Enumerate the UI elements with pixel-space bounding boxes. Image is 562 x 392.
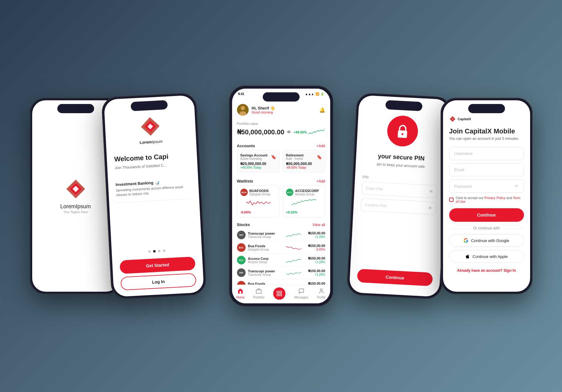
pin-title: your secure PIN [363,152,439,163]
stock-logo-3: ACC [237,256,246,264]
portfolio-eye-icon[interactable]: 👁 [287,130,291,135]
nav-chart-center[interactable] [273,287,285,300]
welcome-logo: LoremIpsum [112,114,189,146]
phone-dashboard: 9:41 ▲▲▲ 📶 🔋 [229,86,333,306]
dashboard-content: 9:41 ▲▲▲ 📶 🔋 [232,89,330,303]
welcome-content: LoremIpsum Welcome to Capi Join Thousand… [104,95,204,297]
savings-type: Active Investing [240,157,268,160]
access-logo: ACC [286,189,293,196]
splash-tagline: Your Tagline Here [63,210,88,214]
stock-info-3: Access Corp Access Group [248,257,284,264]
reg-title: Join CapitalX Mobile [449,127,524,135]
waitlists-add[interactable]: +Add [316,179,325,183]
svg-rect-13 [277,294,279,296]
portfolio-section: Portfolio value ₦50,000,000.00 👁 +49.50% [232,119,330,140]
phone-pin: your secure PIN pin to keep your account… [346,92,452,299]
get-started-button[interactable]: Get Started [119,256,195,274]
profile-icon [318,287,325,295]
stock-price-1: ₦150,00.00 +1.29% [304,231,325,239]
svg-point-14 [320,289,323,291]
accounts-add[interactable]: +Add [316,144,325,148]
eye-icon-1: 👁 [429,189,433,194]
phone-welcome: LoremIpsum Welcome to Capi Join Thousand… [101,92,206,299]
accounts-header: Accounts +Add [232,140,330,150]
nav-home-label: Home [236,296,245,299]
accesscorp-waitlist[interactable]: ACC ACCESSCORP Access Group +0.32% [283,185,325,217]
stocks-view-all[interactable]: View all [312,223,325,227]
nav-center-bg [273,287,285,300]
user-info: Hi, Sherif 👋 Good morning [237,104,275,116]
pin-input-2[interactable]: Confirm PIN 👁 [361,198,437,215]
portfolio-label: Portfolio value [237,122,325,125]
login-button[interactable]: Log In [120,273,196,290]
stock-item-4[interactable]: TRP Transcopr power Transcorp Group ₦150… [237,267,325,279]
nav-portfolio[interactable]: Portfolio [253,287,265,300]
buafoods-waitlist[interactable]: BUA BUAFOODS Dangote Group -0.05% [237,185,280,217]
nav-home[interactable]: Home [236,287,245,300]
stock-item-5[interactable]: BUA Bua Foods Dangote Group ₦150,00.00 -… [237,279,325,285]
stocks-title: Stocks [237,222,250,227]
svg-point-7 [241,106,245,110]
portfolio-chart: +49.50% [293,127,325,137]
dot-4 [163,249,165,252]
user-name: Hi, Sherif 👋 [252,106,275,110]
apple-icon [465,254,470,259]
feature-investment-banking: Investment Banking 📊 Spreading investmen… [115,174,192,203]
nav-profile[interactable]: Profile [317,287,326,300]
pin-desc: pin to keep your account safe [363,161,438,170]
bua-group: Dangote Group [250,193,270,196]
username-field[interactable]: Username [449,147,524,160]
stock-info-5: Bua Foods Dangote Group [248,282,284,285]
svg-rect-12 [280,294,282,296]
nav-messages[interactable]: Messages [294,287,308,300]
retirement-type: Auto · Invest [286,157,304,160]
terms-checkbox-row: Click to accept our Privacy Policy and T… [449,196,524,203]
reg-logo-text: CapitalX [458,117,471,121]
dot-1 [148,250,151,253]
retirement-amount: ₦30,000,000.00 [286,162,322,166]
stock-item-1[interactable]: TRP Transcopr power Transcorp Group ₦150… [237,229,325,241]
terms-checkbox[interactable] [449,198,453,202]
nav-portfolio-label: Portfolio [253,296,265,299]
savings-amount: ₦20,000,000.00 [240,162,276,166]
stock-item-2[interactable]: BUA Bua Foods Dangote Group ₦150,00.00 -… [237,241,325,254]
stocks-list: TRP Transcopr power Transcorp Group ₦150… [232,229,330,285]
signin-link[interactable]: Sign In [504,268,516,273]
home-icon [237,287,244,295]
welcome-title: Welcome to Capi [114,152,189,163]
stock-item-3[interactable]: ACC Access Corp Access Group ₦150,00.00 … [237,254,325,267]
savings-account-card[interactable]: Savings Account Active Investing 🔖 ₦20,0… [237,150,280,173]
savings-icon: 🔖 [271,155,276,159]
stocks-header: Stocks View all [232,219,330,229]
email-field[interactable]: Email [449,163,524,176]
phone-register: CapitalX Join CapitalX Mobile You can op… [441,98,533,294]
register-continue-button[interactable]: Continue [449,208,524,222]
or-divider: Or continue with [449,226,524,230]
retirement-account-card[interactable]: Retirement Auto · Invest 🔖 ₦30,000,000.0… [283,150,325,173]
pin-input-1[interactable]: Enter PIN 👁 [361,182,438,198]
svg-rect-11 [280,291,282,293]
retirement-name: Retirement [286,153,304,157]
stock-price-2: ₦150,00.00 -0.05% [304,244,325,251]
stock-logo-5: BUA [237,281,246,285]
portfolio-value: ₦50,000,000.00 👁 +49.50% [237,127,325,137]
password-field[interactable]: Password 👁 [449,179,524,193]
stock-price-3: ₦150,00.00 +1.29% [304,256,325,264]
username-placeholder: Username [454,151,473,156]
eye-icon-2: 👁 [428,206,432,211]
apple-button[interactable]: Continue with Apple [449,250,524,263]
waitlist-cards: BUA BUAFOODS Dangote Group -0.05% [232,185,330,219]
notification-icon[interactable]: 🔔 [319,107,325,113]
access-change: +0.32% [286,210,322,214]
svg-rect-10 [277,291,279,293]
bua-name: BUAFOODS [250,189,270,193]
reg-logo: CapitalX [449,116,524,122]
notch-3 [263,92,300,102]
google-button[interactable]: Continue with Google [449,234,524,247]
lock-icon-circle [386,115,419,147]
welcome-subtitle: Join Thousands of Satisfied C... [114,162,190,170]
dot-3 [158,250,160,252]
nav-messages-label: Messages [294,296,308,299]
privacy-link[interactable]: Privacy Policy [484,196,505,200]
accounts-row: Savings Account Active Investing 🔖 ₦20,0… [232,150,330,176]
